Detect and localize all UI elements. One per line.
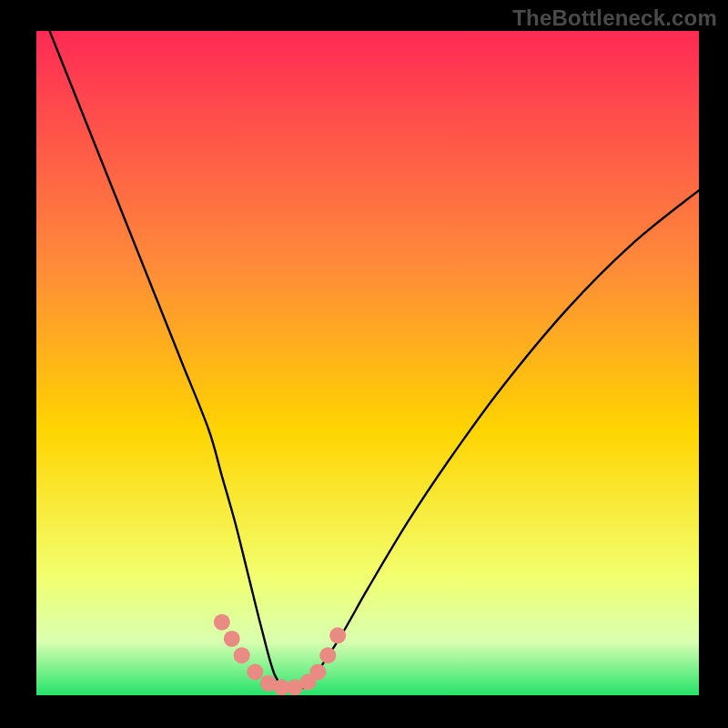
bottleneck-plot — [36, 31, 699, 695]
chart-stage: TheBottleneck.com — [0, 0, 728, 728]
marker-dot — [224, 631, 240, 647]
marker-dot — [309, 663, 326, 680]
marker-dot — [319, 647, 336, 663]
plot-background — [36, 31, 699, 695]
marker-dot — [234, 647, 250, 663]
watermark-text: TheBottleneck.com — [512, 5, 717, 31]
marker-dot — [247, 663, 263, 680]
marker-dot — [329, 627, 346, 643]
marker-dot — [214, 614, 230, 631]
